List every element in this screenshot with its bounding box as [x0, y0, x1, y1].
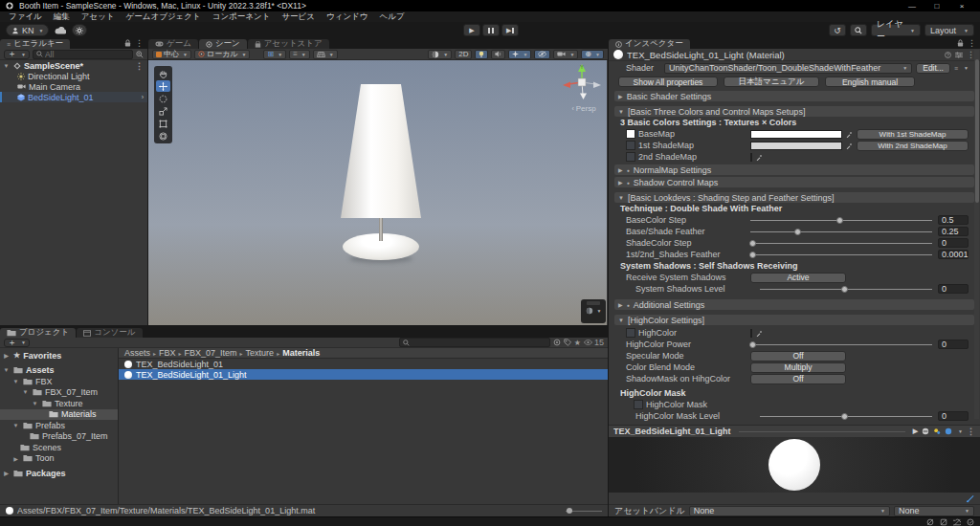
lamp-stem[interactable] [379, 216, 383, 241]
tree-item-prefabs-07-item[interactable]: Prefabs_07_Item [0, 431, 118, 443]
help-icon[interactable] [945, 52, 951, 58]
menu-services[interactable]: サービス [277, 11, 320, 23]
preview-sphere-icon[interactable] [922, 427, 929, 435]
chevron-down-icon[interactable]: ▼ [964, 65, 969, 71]
hand-tool[interactable] [156, 68, 170, 79]
file-tex-bedsidelight-01[interactable]: TEX_BedSideLight_01 [119, 359, 608, 369]
tree-item-materials[interactable]: Materials [0, 409, 118, 421]
rotate-tool[interactable] [156, 93, 170, 104]
assetbundle-dropdown[interactable]: None ▼ [689, 506, 890, 516]
highcolor-swatch[interactable] [750, 329, 752, 338]
lock-icon[interactable] [124, 39, 131, 47]
inspector-scrollbar[interactable] [974, 50, 979, 419]
perspective-label[interactable]: ‹ Persp [562, 104, 606, 113]
eyedropper-icon[interactable] [756, 330, 763, 337]
search-by-label-icon[interactable] [564, 339, 571, 346]
highcolor-power-field[interactable]: 0 [938, 340, 969, 349]
tab-console[interactable]: コンソール [77, 328, 142, 338]
shadecolor-step-field[interactable]: 0 [938, 238, 969, 248]
foldout-arrow-icon[interactable]: ▼ [2, 367, 11, 373]
highcolor-power-slider[interactable] [750, 340, 932, 349]
shader-dropdown[interactable]: UnityChanToonShader/Toon_DoubleShadeWith… [664, 63, 912, 74]
scale-tool[interactable] [156, 105, 170, 117]
foldout-arrow-icon[interactable]: ▶ [2, 352, 11, 359]
prefab-open-arrow-icon[interactable]: › [142, 94, 144, 100]
auto-refresh-disabled-icon[interactable] [926, 518, 934, 526]
cloud-icon[interactable] [55, 27, 66, 34]
menu-file[interactable]: ファイル [4, 11, 47, 23]
global-search-button[interactable] [850, 24, 867, 36]
foldout-arrow-icon[interactable]: ▼ [31, 401, 39, 406]
tool-handle-pivot-dropdown[interactable]: 中心 ▼ [152, 50, 191, 59]
foldout-basic-lookdevs[interactable]: ▼ [Basic Lookdevs : Shading Step and Fea… [614, 192, 974, 203]
tree-item-favorites[interactable]: ▶ ★ Favorites [0, 350, 118, 362]
kebab-menu-icon[interactable]: ⋮ [967, 427, 975, 436]
highcolor-mask-level-field[interactable]: 0 [938, 411, 969, 421]
2nd-shademap-color-swatch[interactable] [750, 153, 752, 162]
preview-lighting-icon[interactable] [933, 427, 941, 435]
shader-edit-button[interactable]: Edit... [916, 63, 950, 74]
base-shade-feather-field[interactable]: 0.25 [938, 227, 969, 236]
tab-asset-store[interactable]: アセットストア [248, 39, 329, 49]
eyedropper-icon[interactable] [756, 154, 763, 161]
file-tex-bedsidelight-01-light[interactable]: TEX_BedSideLight_01_Light [119, 369, 608, 380]
tab-game[interactable]: ゲーム [148, 39, 198, 49]
grid-snap-dropdown[interactable]: ⊞ ▼ [263, 50, 286, 59]
hierarchy-item-bedsidelight[interactable]: BedSideLight_01 › [0, 92, 147, 102]
foldout-arrow-icon[interactable]: ▶ [2, 470, 11, 476]
tree-item-fbx[interactable]: ▼ FBX [0, 376, 118, 387]
foldout-arrow-icon[interactable]: ▼ [21, 389, 30, 395]
close-icon[interactable]: × [949, 2, 974, 11]
foldout-normalmap-settings[interactable]: ▶ ● NormalMap Settings [614, 164, 974, 175]
settings-gear-button[interactable] [72, 24, 87, 36]
foldout-highcolor-settings[interactable]: ▼ [HighColor Settings] [614, 315, 974, 325]
account-dropdown[interactable]: KN ▼ [6, 24, 49, 36]
hidden-count-badge[interactable]: 15 [584, 338, 604, 347]
basecolor-step-slider[interactable] [750, 215, 932, 225]
foldout-arrow-icon[interactable]: ▼ [2, 63, 11, 69]
shading-mode-dropdown[interactable]: ▼ [428, 50, 452, 59]
system-shadows-level-field[interactable]: 0 [938, 284, 969, 294]
scrollbar-thumb[interactable] [975, 59, 979, 203]
highcolor-mask-texture-thumb[interactable] [634, 400, 643, 409]
rect-tool[interactable] [156, 118, 170, 129]
search-by-type-icon[interactable] [553, 339, 561, 346]
preview-render-dropdown[interactable] [945, 427, 952, 435]
tree-item-toon[interactable]: ▶ Toon [0, 453, 118, 465]
hierarchy-search-input[interactable] [45, 50, 129, 59]
kebab-menu-icon[interactable]: ⋮ [135, 38, 144, 48]
receive-shadows-active-button[interactable]: Active [750, 273, 846, 283]
foldout-additional-settings[interactable]: ▶ ● Additional Settings [614, 299, 974, 310]
foldout-basic-shader-settings[interactable]: ▶ Basic Shader Settings [614, 91, 974, 101]
with-2nd-shademap-button[interactable]: With 2nd ShadeMap [857, 141, 969, 151]
foldout-shadow-control-maps[interactable]: ▶ ● Shadow Control Maps [614, 177, 974, 187]
minimize-icon[interactable]: — [900, 2, 924, 11]
overlay-drag-handle[interactable] [587, 301, 600, 305]
lock-icon[interactable] [957, 39, 964, 47]
foldout-arrow-icon[interactable]: ▶ [11, 455, 20, 462]
show-all-properties-button[interactable]: Show All properties [618, 77, 718, 87]
menu-help[interactable]: ヘルプ [375, 11, 410, 23]
move-snap-dropdown[interactable]: ≡ ▼ [289, 50, 310, 59]
collab-disabled-icon[interactable] [953, 518, 961, 526]
hierarchy-item-directional-light[interactable]: Directional Light [0, 71, 147, 81]
basemap-color-swatch[interactable] [750, 130, 842, 139]
tree-item-texture[interactable]: ▼ Texture [0, 398, 118, 409]
kebab-menu-icon[interactable]: ⋮ [968, 38, 976, 48]
gizmos-dropdown[interactable]: ⊕ ▼ [581, 50, 604, 59]
pause-button[interactable] [482, 24, 500, 36]
system-shadows-level-slider[interactable] [760, 284, 932, 294]
grid-visibility-dropdown[interactable]: ▼ [313, 50, 338, 59]
breadcrumb-item-current[interactable]: Materials [282, 348, 320, 358]
presets-icon[interactable] [955, 52, 963, 58]
shader-menu-icon[interactable]: ≡ [954, 65, 958, 72]
eyedropper-icon[interactable] [846, 131, 853, 138]
breadcrumb-item[interactable]: Texture [246, 348, 275, 358]
lamp-shade[interactable] [341, 84, 421, 218]
breadcrumb-item[interactable]: FBX [159, 348, 176, 358]
play-button[interactable]: ▶ [463, 24, 480, 36]
undo-history-button[interactable]: ↺ [829, 24, 846, 36]
breadcrumb-item[interactable]: Assets [124, 348, 150, 358]
hierarchy-item-main-camera[interactable]: Main Camera [0, 81, 147, 92]
scene-lighting-toggle[interactable] [475, 50, 488, 59]
